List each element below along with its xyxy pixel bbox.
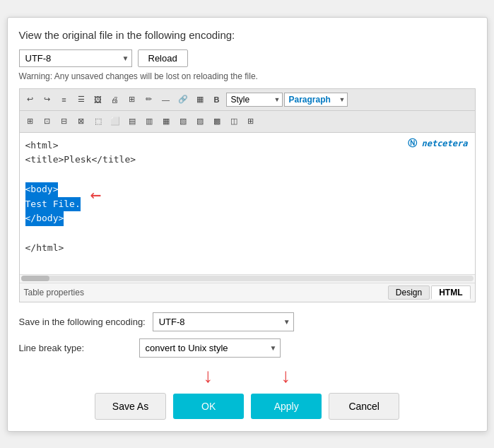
- editor-wrapper: ↩ ↪ ≡ ☰ 🖼 🖨 ⊞ ✏ — 🔗 ▦ B Style ▼ Paragrap…: [19, 88, 476, 302]
- editor-toolbar-row1: ↩ ↪ ≡ ☰ 🖼 🖨 ⊞ ✏ — 🔗 ▦ B Style ▼ Paragrap…: [20, 89, 475, 111]
- table-properties-label: Table properties: [24, 288, 84, 297]
- ordered-list-button[interactable]: ≡: [57, 92, 72, 107]
- tb-btn-1[interactable]: ⊞: [23, 114, 38, 129]
- line-break-select-wrapper: convert to Unix style convert to Windows…: [139, 338, 281, 358]
- unordered-list-button[interactable]: ☰: [73, 92, 89, 107]
- pencil-button[interactable]: ✏: [141, 92, 157, 107]
- save-encoding-row: Save in the following encoding: UTF-8 IS…: [19, 312, 476, 331]
- editor-footer: Table properties Design HTML: [20, 283, 475, 302]
- link-button[interactable]: 🔗: [175, 92, 191, 107]
- editor-line-3: [25, 167, 469, 182]
- redo-button[interactable]: ↪: [40, 92, 55, 107]
- save-encoding-label: Save in the following encoding:: [19, 317, 146, 327]
- main-dialog: View the original file in the following …: [7, 17, 488, 432]
- warning-text: Warning: Any unsaved changes will be los…: [19, 71, 476, 81]
- apply-button[interactable]: Apply: [251, 394, 322, 419]
- html-view-button[interactable]: HTML: [431, 285, 470, 300]
- editor-toolbar-row2: ⊞ ⊡ ⊟ ⊠ ⬚ ⬜ ▤ ▥ ▦ ▧ ▨ ▩ ◫ ⊞: [20, 111, 475, 133]
- editor-line-5: Test File.: [25, 197, 469, 212]
- tb-btn-14[interactable]: ⊞: [243, 114, 259, 129]
- style-select-wrapper: Style ▼: [226, 93, 283, 107]
- editor-line-8: </html>: [25, 241, 469, 256]
- insert-image-button[interactable]: 🖼: [90, 92, 106, 107]
- tb-btn-8[interactable]: ▥: [141, 114, 157, 129]
- tb-btn-7[interactable]: ▤: [124, 114, 140, 129]
- save-encoding-select-wrapper: UTF-8 ISO-8859-1 Windows-1252 ▼: [153, 312, 294, 331]
- editor-line-1: <html>: [25, 138, 469, 153]
- reload-button[interactable]: Reload: [138, 49, 188, 67]
- tb-btn-6[interactable]: ⬜: [107, 114, 123, 129]
- view-buttons-group: Design HTML: [388, 285, 471, 300]
- arrow-annotations-row: ↓ ↓: [19, 365, 476, 387]
- scrollbar-track: [21, 276, 474, 281]
- selected-body-close: </body>: [25, 211, 64, 226]
- editor-scrollbar-h[interactable]: [20, 274, 475, 283]
- bold-button[interactable]: B: [209, 92, 225, 107]
- tb-btn-4[interactable]: ⊠: [73, 114, 89, 129]
- dialog-title: View the original file in the following …: [19, 29, 476, 41]
- tb-btn-10[interactable]: ▧: [175, 114, 191, 129]
- line-break-select[interactable]: convert to Unix style convert to Windows…: [139, 338, 281, 358]
- netcetera-logo: Ⓝ netcetera: [408, 137, 468, 150]
- tb-btn-12[interactable]: ▩: [209, 114, 225, 129]
- tb-btn-13[interactable]: ◫: [226, 114, 242, 129]
- line-break-row: Line break type: convert to Unix style c…: [19, 338, 476, 358]
- tb-btn-2[interactable]: ⊡: [40, 114, 55, 129]
- save-encoding-select[interactable]: UTF-8 ISO-8859-1 Windows-1252: [153, 312, 294, 331]
- arrow-down-apply: ↓: [251, 365, 322, 387]
- table-button[interactable]: ⊞: [124, 92, 140, 107]
- tb-btn-5[interactable]: ⬚: [90, 114, 106, 129]
- editor-content-area[interactable]: <html> <title>Plesk</title> <body> Test …: [20, 133, 475, 274]
- table2-button[interactable]: ▦: [192, 92, 208, 107]
- line-break-label: Line break type:: [19, 343, 132, 353]
- arrow-down-ok: ↓: [173, 365, 244, 387]
- encoding-select-wrapper: UTF-8 ISO-8859-1 Windows-1252 ▼: [19, 49, 132, 67]
- scrollbar-thumb[interactable]: [21, 276, 49, 281]
- editor-line-6: </body>: [25, 211, 469, 226]
- ok-button[interactable]: OK: [173, 394, 244, 419]
- netcetera-text: netcetera: [421, 138, 467, 148]
- tb-btn-11[interactable]: ▨: [192, 114, 208, 129]
- selected-body-open: <body>: [25, 182, 59, 197]
- netcetera-n-icon: Ⓝ: [408, 138, 417, 148]
- action-buttons-row: Save As OK Apply Cancel: [19, 393, 476, 420]
- tb-btn-9[interactable]: ▦: [158, 114, 174, 129]
- design-view-button[interactable]: Design: [388, 285, 430, 300]
- undo-button[interactable]: ↩: [23, 92, 38, 107]
- editor-line-7: [25, 226, 469, 241]
- encoding-select[interactable]: UTF-8 ISO-8859-1 Windows-1252: [19, 49, 132, 67]
- encoding-row: UTF-8 ISO-8859-1 Windows-1252 ▼ Reload: [19, 49, 476, 67]
- paragraph-select[interactable]: Paragraph: [284, 93, 348, 107]
- selected-test-file: Test File.: [25, 197, 81, 212]
- style-select[interactable]: Style: [226, 93, 283, 107]
- editor-line-4: <body>: [25, 182, 469, 197]
- paragraph-select-wrapper: Paragraph ▼: [284, 93, 348, 107]
- buttons-section: ↓ ↓ Save As OK Apply Cancel: [19, 365, 476, 420]
- tb-btn-3[interactable]: ⊟: [57, 114, 72, 129]
- save-as-button[interactable]: Save As: [95, 393, 166, 420]
- print-button[interactable]: 🖨: [107, 92, 123, 107]
- editor-line-2: <title>Plesk</title>: [25, 153, 469, 167]
- line-button[interactable]: —: [158, 92, 174, 107]
- cancel-button[interactable]: Cancel: [329, 393, 399, 420]
